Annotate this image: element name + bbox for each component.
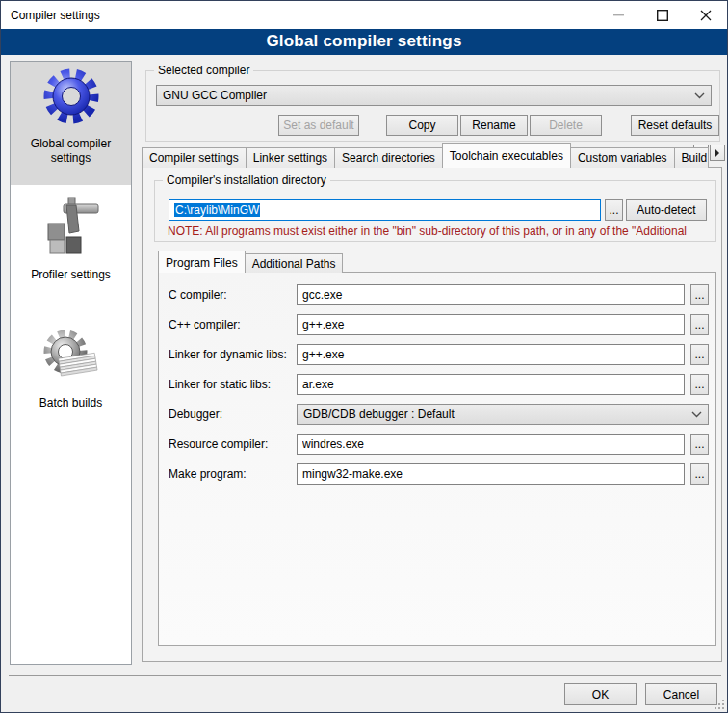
tab-compiler-settings[interactable]: Compiler settings [142,147,247,168]
sidebar-item-global-compiler-settings[interactable]: Global compiler settings [11,62,131,185]
tab-program-files[interactable]: Program Files [158,251,246,273]
minimize-icon [613,10,624,20]
tab-linker-settings[interactable]: Linker settings [246,147,335,168]
titlebar: Compiler settings [1,1,727,29]
installation-directory-group-label: Compiler's installation directory [163,173,330,187]
debugger-select-value: GDB/CDB debugger : Default [303,408,455,421]
compiler-settings-dialog: Compiler settings Global compiler settin… [0,0,728,713]
program-files-tabs: Program Files Additional Paths [158,251,342,273]
installation-directory-input[interactable]: C:\raylib\MinGW [169,199,601,221]
cpp-compiler-browse-button[interactable]: ... [690,314,709,335]
resource-compiler-browse-button[interactable]: ... [690,434,709,455]
sidebar-item-label: Global compiler settings [17,137,125,166]
blue-gear-icon [40,66,102,127]
rename-button[interactable]: Rename [460,115,528,136]
gray-gear-stack-icon [40,325,102,386]
chevron-down-icon [691,411,702,418]
ok-button[interactable]: OK [564,683,637,705]
arrow-right-icon [715,149,720,157]
debugger-label: Debugger: [169,408,222,421]
selected-text: C:\raylib\MinGW [174,203,260,217]
make-program-input[interactable] [297,463,685,485]
static-linker-browse-button[interactable]: ... [690,374,709,395]
resource-compiler-input[interactable] [297,434,685,455]
c-compiler-browse-button[interactable]: ... [690,284,709,305]
make-program-label: Make program: [169,467,247,481]
tab-scroll-right-button[interactable] [710,145,725,161]
dynamic-linker-input[interactable] [297,344,685,365]
close-button[interactable] [684,1,727,29]
debugger-select[interactable]: GDB/CDB debugger : Default [297,404,709,425]
settings-category-list: Global compiler settings Profiler settin… [10,61,132,665]
c-compiler-label: C compiler: [169,288,227,302]
tab-build-options[interactable]: Build options [674,147,709,168]
compiler-select[interactable]: GNU GCC Compiler [156,85,712,106]
cpp-compiler-input[interactable] [297,314,685,335]
chevron-down-icon [694,92,705,99]
close-icon [700,10,712,21]
directory-browse-button[interactable]: ... [605,199,623,221]
maximize-icon [657,10,668,21]
selected-compiler-group: Selected compiler GNU GCC Compiler Set a… [145,70,720,142]
tab-toolchain-executables[interactable]: Toolchain executables [442,143,571,168]
tab-additional-paths[interactable]: Additional Paths [245,253,344,273]
caliper-tool-icon [40,197,102,258]
maximize-button[interactable] [640,1,684,29]
page-title: Global compiler settings [1,29,727,55]
c-compiler-input[interactable] [297,284,685,305]
compiler-select-value: GNU GCC Compiler [163,89,267,102]
bin-directory-note: NOTE: All programs must exist either in … [168,224,712,238]
sidebar-item-label: Batch builds [17,396,125,410]
toolchain-executables-page: Compiler's installation directory C:\ray… [142,167,722,662]
cancel-button[interactable]: Cancel [645,683,717,705]
installation-directory-group: Compiler's installation directory C:\ray… [154,180,716,242]
tab-search-directories[interactable]: Search directories [334,147,443,168]
sidebar-item-profiler-settings[interactable]: Profiler settings [11,193,131,282]
delete-button: Delete [530,115,602,136]
set-as-default-button: Set as default [278,115,359,136]
resize-grip[interactable] [715,700,724,709]
sidebar-item-label: Profiler settings [17,268,125,282]
dynamic-linker-label: Linker for dynamic libs: [169,348,287,361]
reset-defaults-button[interactable]: Reset defaults [631,115,719,136]
minimize-button[interactable] [597,1,640,29]
selected-compiler-group-label: Selected compiler [154,64,253,77]
window-title: Compiler settings [1,9,100,22]
sidebar-item-batch-builds[interactable]: Batch builds [11,321,131,410]
program-files-page: C compiler: ... C++ compiler: ... Linker… [158,272,716,646]
static-linker-input[interactable] [297,374,685,395]
make-program-browse-button[interactable]: ... [690,463,709,485]
footer-divider [9,675,721,676]
tab-custom-variables[interactable]: Custom variables [570,147,675,168]
copy-button[interactable]: Copy [386,115,458,136]
resource-compiler-label: Resource compiler: [169,437,268,451]
static-linker-label: Linker for static libs: [169,378,271,391]
auto-detect-button[interactable]: Auto-detect [626,199,707,221]
dynamic-linker-browse-button[interactable]: ... [690,344,709,365]
compiler-tabs: Compiler settings Linker settings Search… [142,143,708,168]
cpp-compiler-label: C++ compiler: [169,318,241,331]
